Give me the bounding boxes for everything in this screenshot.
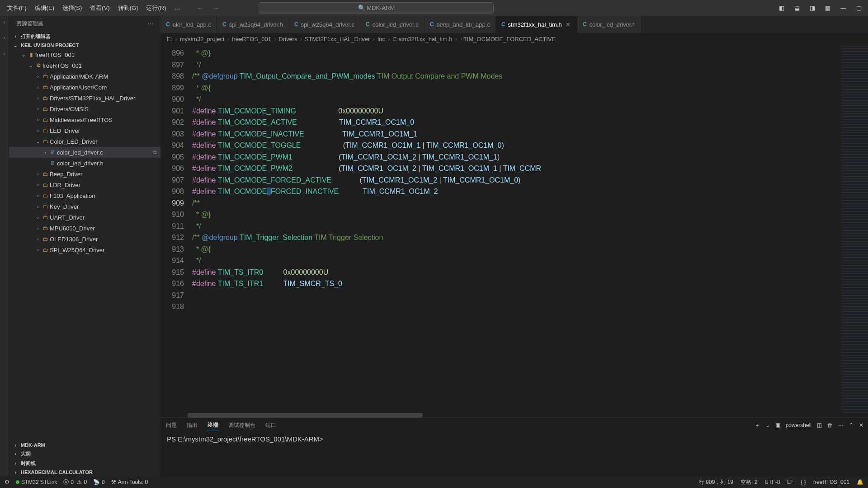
status-eol[interactable]: LF <box>787 479 793 486</box>
new-terminal-icon[interactable]: ＋ <box>755 422 760 429</box>
activity-chevron-icon[interactable]: › <box>3 19 5 25</box>
lang-c-icon: C <box>222 21 226 28</box>
tree-row[interactable]: ›🗎color_led_driver.c⧉ <box>9 147 160 158</box>
horizontal-scrollbar[interactable] <box>160 413 868 418</box>
sidebar-section[interactable]: ›HEXADECIMAL CALCULATOR <box>9 468 160 476</box>
panel-tab[interactable]: 输出 <box>186 420 198 431</box>
trash-icon[interactable]: 🗑 <box>827 422 833 428</box>
status-remote[interactable]: ⚙ <box>5 479 9 485</box>
tree-label: LED_Driver <box>50 127 80 134</box>
panel-close-icon[interactable]: ✕ <box>859 422 863 428</box>
editor-tab[interactable]: Color_led_app.c <box>160 16 217 33</box>
tree-row[interactable]: ⌄▮freeRTOS_001 <box>9 49 160 60</box>
status-problems[interactable]: ⓧ 0 ⚠ 0 <box>63 479 87 486</box>
activity-chevron-icon[interactable]: › <box>3 34 5 41</box>
layout-left-icon[interactable]: ◧ <box>776 3 787 13</box>
layout-grid-icon[interactable]: ▦ <box>822 3 833 13</box>
row-action-icon[interactable]: ⧉ <box>153 149 157 155</box>
sidebar-section[interactable]: ›时间线 <box>9 459 160 468</box>
menu-item[interactable]: 运行(R) <box>142 2 170 14</box>
menu-item[interactable]: … <box>170 2 184 14</box>
tree-row[interactable]: ›🗀Beep_Driver <box>9 169 160 179</box>
menu-item[interactable]: 编辑(E) <box>31 2 58 14</box>
breadcrumb-segment[interactable]: E: <box>167 36 172 42</box>
panel-maximize-icon[interactable]: ⌃ <box>849 422 854 428</box>
tree-label: Drivers/CMSIS <box>50 106 89 113</box>
status-stlink[interactable]: STM32 STLink <box>16 479 57 485</box>
breadcrumb-segment[interactable]: Drivers <box>278 36 297 42</box>
menu-item[interactable]: 查看(V) <box>86 2 113 14</box>
project-section[interactable]: ⌄ KEIL UVISION PROJECT <box>9 41 160 49</box>
breadcrumb-segment[interactable]: C stm32f1xx_hal_tim.h <box>392 36 452 42</box>
close-icon[interactable]: ✕ <box>565 21 571 28</box>
editor-tab[interactable]: Cspi_w25q64_driver.c <box>289 16 360 33</box>
layout-right-icon[interactable]: ◨ <box>807 3 818 13</box>
tree-row[interactable]: ›🗀Drivers/CMSIS <box>9 103 160 114</box>
menu-item[interactable]: 转到(G) <box>114 2 142 14</box>
tree-row[interactable]: ›🗀SPI_W25Q64_Driver <box>9 244 160 255</box>
terminal-dropdown-icon[interactable]: ⌄ <box>765 422 770 428</box>
open-editors-section[interactable]: › 打开的编辑器 <box>9 32 160 41</box>
tree-row[interactable]: ›🗀LED_Driver <box>9 125 160 136</box>
tree-label: Drivers/STM32F1xx_HAL_Driver <box>50 95 135 102</box>
menu-item[interactable]: 文件(F) <box>4 2 30 14</box>
chevron-icon: › <box>34 128 42 133</box>
editor-tab[interactable]: Ccolor_led_driver.c <box>360 16 425 33</box>
nav-back-icon[interactable]: ← <box>193 3 206 13</box>
terminal[interactable]: PS E:\mystm32_project\freeRTOS_001\MDK-A… <box>160 432 868 476</box>
layout-bottom-icon[interactable]: ⬓ <box>792 3 802 13</box>
panel-more-icon[interactable]: ⋯ <box>838 422 844 428</box>
panel-tab[interactable]: 问题 <box>165 420 178 431</box>
status-arm-tools[interactable]: ⚒ Arm Tools: 0 <box>111 479 148 485</box>
status-language[interactable]: { } <box>801 479 806 486</box>
tree-row[interactable]: ›🗀MPU6050_Driver <box>9 223 160 234</box>
panel-tab[interactable]: 终端 <box>207 419 219 431</box>
tree-row[interactable]: ›🗀LDR_Driver <box>9 179 160 190</box>
split-terminal-icon[interactable]: ◫ <box>817 422 822 428</box>
sidebar-section[interactable]: ›大纲 <box>9 449 160 459</box>
sidebar-section[interactable]: ›MDK-ARM <box>9 441 160 449</box>
nav-forward-icon[interactable]: → <box>209 3 222 13</box>
breadcrumb[interactable]: E:›mystm32_project›freeRTOS_001›Drivers›… <box>160 33 868 46</box>
tree-row[interactable]: ›🗀Application/MDK-ARM <box>9 71 160 82</box>
status-line-col[interactable]: 行 909，列 19 <box>699 479 733 486</box>
status-bell-icon[interactable]: 🔔 <box>857 479 863 486</box>
breadcrumb-segment[interactable]: Inc <box>377 36 385 42</box>
tree-row[interactable]: ›🗀Key_Driver <box>9 201 160 212</box>
window-maximize-icon[interactable]: ▢ <box>854 3 864 13</box>
chevron-icon: › <box>34 74 42 79</box>
status-encoding[interactable]: UTF-8 <box>764 479 780 486</box>
breadcrumb-segment[interactable]: mystm32_project <box>180 36 225 42</box>
editor-tab[interactable]: Cspi_w25q64_driver.h <box>217 16 289 33</box>
code-lines[interactable]: * @} *//** @defgroup TIM_Output_Compare_… <box>192 46 841 413</box>
minimap[interactable] <box>841 46 868 413</box>
tree-row[interactable]: ›🗀Middlewares/FreeRTOS <box>9 114 160 125</box>
command-center[interactable]: 🔍 MDK-ARM <box>259 2 494 14</box>
tree-row[interactable]: 🗎color_led_driver.h <box>9 158 160 169</box>
activity-chevron-icon[interactable]: › <box>3 50 5 57</box>
tree-row[interactable]: ›🗀OLED1306_Driver <box>9 234 160 244</box>
tree-row[interactable]: ⌄⚙freeRTOS_001 <box>9 60 160 71</box>
breadcrumb-segment[interactable]: STM32F1xx_HAL_Driver <box>305 36 370 42</box>
breadcrumb-segment[interactable]: freeRTOS_001 <box>232 36 271 42</box>
status-project[interactable]: freeRTOS_001 <box>813 479 849 486</box>
sidebar-more-icon[interactable]: ⋯ <box>148 21 153 27</box>
editor-tab[interactable]: Cstm32f1xx_hal_tim.h✕ <box>496 16 577 33</box>
tree-row[interactable]: ›🗀Drivers/STM32F1xx_HAL_Driver <box>9 93 160 103</box>
panel-tab[interactable]: 端口 <box>264 420 277 431</box>
editor-tab[interactable]: Cbeep_and_ldr_app.c <box>425 16 496 33</box>
tree-row[interactable]: ›🗀F103_Application <box>9 190 160 201</box>
status-indent[interactable]: 空格: 2 <box>741 479 757 486</box>
tree-row[interactable]: ⌄🗀Color_LED_Driver <box>9 136 160 147</box>
tree-label: MPU6050_Driver <box>50 225 95 232</box>
code-editor[interactable]: 8968978988999009019029039049059069079089… <box>160 46 868 413</box>
scrollbar-thumb[interactable] <box>188 413 423 418</box>
panel-tab[interactable]: 调试控制台 <box>227 420 256 431</box>
editor-tab[interactable]: Ccolor_led_driver.h <box>577 16 642 33</box>
tree-row[interactable]: ›🗀Application/User/Core <box>9 82 160 93</box>
menu-item[interactable]: 选择(S) <box>59 2 85 14</box>
tree-row[interactable]: ›🗀UART_Driver <box>9 212 160 223</box>
breadcrumb-segment[interactable]: ▫ TIM_OCMODE_FORCED_ACTIVE <box>460 36 556 42</box>
status-ports[interactable]: 📡 0 <box>93 479 105 485</box>
window-minimize-icon[interactable]: — <box>838 3 849 13</box>
